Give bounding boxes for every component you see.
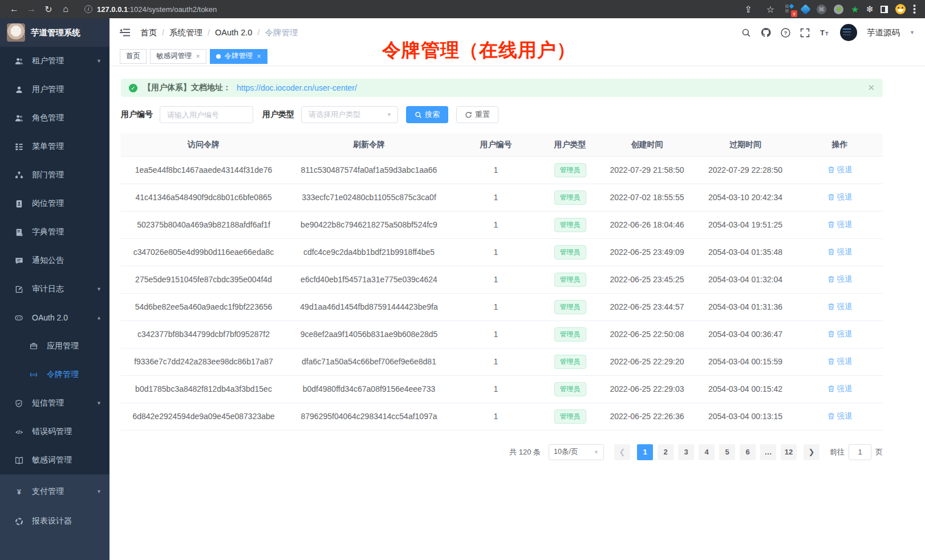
sidebar-item-menu[interactable]: 菜单管理	[0, 132, 109, 161]
force-logout-button[interactable]: 强退	[827, 220, 853, 230]
gem-extension-icon[interactable]	[800, 4, 810, 14]
goto-page-input[interactable]	[849, 444, 871, 460]
force-logout-button[interactable]: 强退	[827, 356, 853, 367]
extensions-puzzle-icon[interactable]: ❇	[866, 5, 873, 14]
menu-tree-icon	[14, 143, 24, 151]
force-logout-button[interactable]: 强退	[827, 411, 853, 421]
table-row: 54d6be82ee5a460a9aedc1f9bf22365649d1aa46…	[121, 293, 883, 320]
user-id-input[interactable]	[160, 106, 253, 123]
tab-令牌管理[interactable]: 令牌管理×	[210, 49, 267, 64]
user-type-badge: 管理员	[554, 163, 586, 177]
user-type-select[interactable]: 请选择用户类型 ▼	[301, 106, 398, 123]
sidebar-item-pay[interactable]: ¥支付管理▼	[0, 477, 109, 506]
tab-close-icon[interactable]: ×	[196, 52, 200, 60]
filter-bar: 用户编号 用户类型 请选择用户类型 ▼ 搜索 重置	[121, 106, 883, 123]
sidebar-item-oauth2-app[interactable]: 应用管理	[0, 332, 109, 360]
share-icon[interactable]: ⇪	[741, 2, 756, 16]
help-icon[interactable]: ?	[781, 28, 790, 38]
column-header: 用户类型	[540, 133, 600, 156]
force-logout-button[interactable]: 强退	[827, 384, 853, 394]
force-logout-button[interactable]: 强退	[827, 274, 853, 285]
yen-icon: ¥	[14, 488, 24, 496]
address-bar[interactable]: i 127.0.0.1:1024/system/oauth2/token	[75, 5, 739, 14]
tab-close-icon[interactable]: ×	[257, 52, 261, 60]
reset-button[interactable]: 重置	[456, 106, 498, 123]
bookmark-star-icon[interactable]: ☆	[763, 2, 778, 16]
fullscreen-icon[interactable]	[800, 28, 810, 38]
sidebar-item-label: 应用管理	[47, 341, 79, 351]
breadcrumb-item[interactable]: 首页	[140, 27, 157, 38]
tab-敏感词管理[interactable]: 敏感词管理×	[150, 49, 206, 64]
site-info-icon[interactable]: i	[84, 5, 92, 13]
page-button-6[interactable]: 6	[740, 444, 756, 460]
sidebar-item-dict[interactable]: 字典管理	[0, 218, 109, 246]
page-button-1[interactable]: 1	[637, 444, 653, 460]
sidebar-item-label: 敏感词管理	[32, 455, 72, 465]
sidebar-item-role[interactable]: 角色管理	[0, 104, 109, 132]
alert-close-icon[interactable]: ✕	[867, 83, 875, 93]
evernote-extension-icon[interactable]: ★	[851, 4, 859, 15]
access-token-cell: f9336e7c7dd242a283ee98dc86b17a87	[121, 348, 286, 375]
page-button-5[interactable]: 5	[719, 444, 735, 460]
font-size-icon[interactable]: TT	[819, 28, 830, 37]
force-logout-button[interactable]: 强退	[827, 192, 853, 202]
force-logout-button[interactable]: 强退	[827, 165, 853, 175]
sidebar-item-report[interactable]: 报表设计器	[0, 506, 109, 536]
sidebar-item-label: 通知公告	[32, 255, 64, 266]
reload-icon[interactable]: ↻	[41, 2, 56, 16]
collapse-menu-icon[interactable]	[120, 28, 131, 37]
sidebar-item-audit[interactable]: 审计日志▼	[0, 275, 109, 303]
side-panel-icon[interactable]	[881, 6, 888, 13]
home-icon[interactable]: ⌂	[58, 2, 73, 16]
doc-link[interactable]: https://doc.iocoder.cn/user-center/	[237, 83, 357, 92]
forward-icon[interactable]: →	[24, 2, 39, 16]
delete-icon	[827, 221, 835, 228]
sidebar-item-dept[interactable]: 部门管理	[0, 161, 109, 189]
profile-avatar[interactable]	[895, 4, 906, 14]
sidebar-menu: 租户管理▼用户管理角色管理菜单管理部门管理岗位管理字典管理通知公告审计日志▼OA…	[0, 47, 109, 474]
prev-page-button[interactable]: ❮	[614, 444, 630, 460]
search-button[interactable]: 搜索	[406, 106, 448, 123]
app-logo[interactable]: 芋道管理系统	[0, 18, 109, 47]
breadcrumb-item[interactable]: 系统管理	[169, 27, 202, 38]
sidebar-item-user[interactable]: 用户管理	[0, 75, 109, 104]
breadcrumb-item[interactable]: OAuth 2.0	[215, 28, 252, 37]
extension-grid-icon[interactable]: 9	[785, 5, 794, 14]
back-icon[interactable]: ←	[7, 2, 22, 16]
command-extension-icon[interactable]: ⌘	[817, 5, 826, 14]
user-type-cell: 管理员	[540, 403, 600, 430]
chevron-down-icon: ▼	[387, 112, 392, 117]
tab-首页[interactable]: 首页	[120, 49, 147, 64]
sidebar-item-oauth2-token[interactable]: (A)令牌管理	[0, 360, 109, 389]
sidebar-item-sms[interactable]: 短信管理▼	[0, 389, 109, 417]
page-size-select[interactable]: 10条/页 ▼	[549, 444, 604, 460]
recorder-extension-icon[interactable]	[834, 5, 843, 14]
force-logout-button[interactable]: 强退	[827, 247, 853, 257]
browser-menu-icon[interactable]: •••	[913, 4, 916, 14]
sidebar-item-post[interactable]: 岗位管理	[0, 189, 109, 218]
page-ellipsis-button[interactable]: …	[760, 444, 776, 460]
sidebar-item-oauth2[interactable]: OAuth 2.0▲	[0, 303, 109, 332]
user-type-badge: 管理员	[554, 300, 586, 314]
breadcrumb: 首页/系统管理/OAuth 2.0/令牌管理	[140, 27, 298, 38]
sidebar-item-tenant[interactable]: 租户管理▼	[0, 47, 109, 75]
sidebar-item-sensitive[interactable]: 敏感词管理	[0, 446, 109, 474]
url-host: 127.0.0.1	[97, 5, 128, 14]
sidebar-item-notice[interactable]: 通知公告	[0, 246, 109, 275]
user-dropdown-caret-icon[interactable]: ▼	[910, 30, 915, 35]
search-icon[interactable]	[741, 28, 751, 38]
sidebar-item-errcode[interactable]: </>错误码管理	[0, 417, 109, 446]
next-page-button[interactable]: ❯	[804, 444, 819, 460]
delete-icon	[827, 275, 835, 283]
page-button-2[interactable]: 2	[658, 444, 674, 460]
github-icon[interactable]	[761, 27, 771, 38]
page-button-3[interactable]: 3	[678, 444, 694, 460]
user-name[interactable]: 芋道源码	[867, 27, 900, 38]
user-type-cell: 管理员	[540, 293, 600, 320]
force-logout-button[interactable]: 强退	[827, 302, 853, 312]
user-avatar[interactable]	[840, 24, 857, 41]
page-button-12[interactable]: 12	[781, 444, 797, 460]
page-button-4[interactable]: 4	[699, 444, 715, 460]
browser-chrome: ← → ↻ ⌂ i 127.0.0.1:1024/system/oauth2/t…	[0, 0, 925, 18]
force-logout-button[interactable]: 强退	[827, 329, 853, 339]
